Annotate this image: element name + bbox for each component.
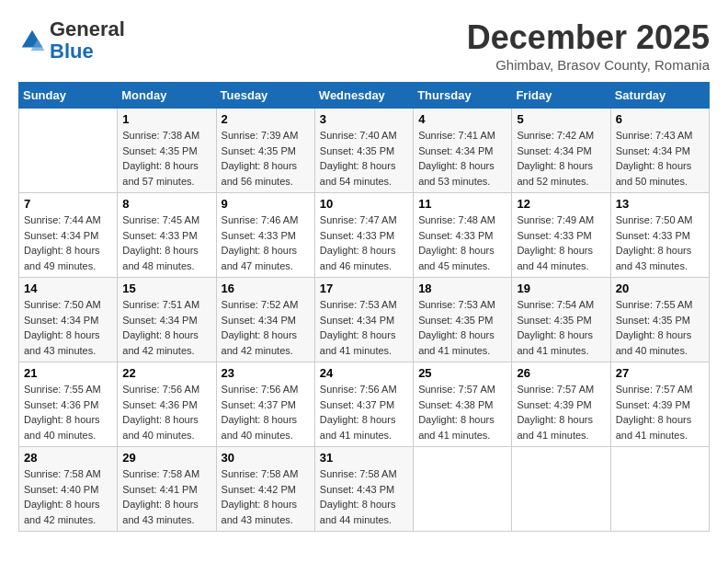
day-number: 21 (24, 366, 112, 380)
day-number: 4 (418, 112, 506, 126)
month-title: December 2025 (467, 18, 710, 57)
day-number: 23 (222, 366, 310, 380)
day-detail: Sunrise: 7:56 AMSunset: 4:37 PMDaylight:… (320, 384, 397, 441)
day-cell: 1 Sunrise: 7:38 AMSunset: 4:35 PMDayligh… (118, 109, 216, 193)
logo-icon (18, 27, 46, 54)
day-number: 19 (517, 282, 605, 295)
day-number: 1 (122, 112, 210, 126)
week-row-1: 1 Sunrise: 7:38 AMSunset: 4:35 PMDayligh… (19, 109, 710, 193)
day-detail: Sunrise: 7:49 AMSunset: 4:33 PMDaylight:… (517, 214, 594, 271)
day-number: 31 (320, 451, 408, 465)
day-detail: Sunrise: 7:58 AMSunset: 4:43 PMDaylight:… (320, 468, 397, 525)
day-number: 8 (122, 197, 210, 211)
day-cell: 21 Sunrise: 7:55 AMSunset: 4:36 PMDaylig… (19, 362, 118, 447)
day-detail: Sunrise: 7:47 AMSunset: 4:33 PMDaylight:… (320, 214, 397, 271)
day-detail: Sunrise: 7:46 AMSunset: 4:33 PMDaylight:… (222, 214, 299, 271)
day-cell: 11 Sunrise: 7:48 AMSunset: 4:33 PMDaylig… (414, 193, 512, 278)
week-row-5: 28 Sunrise: 7:58 AMSunset: 4:40 PMDaylig… (19, 447, 710, 532)
day-cell: 18 Sunrise: 7:53 AMSunset: 4:35 PMDaylig… (414, 278, 512, 362)
day-cell: 30 Sunrise: 7:58 AMSunset: 4:42 PMDaylig… (216, 447, 314, 532)
header-row: SundayMondayTuesdayWednesdayThursdayFrid… (19, 83, 710, 109)
day-cell (512, 447, 610, 532)
page-header: General Blue December 2025 Ghimbav, Bras… (18, 18, 710, 73)
day-detail: Sunrise: 7:57 AMSunset: 4:39 PMDaylight:… (517, 384, 594, 441)
day-number: 2 (222, 112, 310, 126)
day-number: 14 (24, 282, 112, 295)
day-detail: Sunrise: 7:55 AMSunset: 4:35 PMDaylight:… (616, 299, 693, 356)
day-detail: Sunrise: 7:57 AMSunset: 4:38 PMDaylight:… (418, 384, 495, 441)
day-cell: 12 Sunrise: 7:49 AMSunset: 4:33 PMDaylig… (512, 193, 610, 278)
day-cell: 10 Sunrise: 7:47 AMSunset: 4:33 PMDaylig… (314, 193, 413, 278)
day-detail: Sunrise: 7:45 AMSunset: 4:33 PMDaylight:… (122, 214, 199, 271)
week-row-3: 14 Sunrise: 7:50 AMSunset: 4:34 PMDaylig… (19, 278, 710, 362)
day-cell: 4 Sunrise: 7:41 AMSunset: 4:34 PMDayligh… (414, 109, 512, 193)
day-cell (19, 109, 118, 193)
day-cell: 28 Sunrise: 7:58 AMSunset: 4:40 PMDaylig… (19, 447, 118, 532)
day-cell: 20 Sunrise: 7:55 AMSunset: 4:35 PMDaylig… (610, 278, 709, 362)
logo-blue-text: Blue (50, 40, 94, 63)
day-number: 22 (122, 366, 210, 380)
day-cell: 24 Sunrise: 7:56 AMSunset: 4:37 PMDaylig… (314, 362, 413, 447)
header-thursday: Thursday (414, 83, 512, 109)
day-cell: 2 Sunrise: 7:39 AMSunset: 4:35 PMDayligh… (216, 109, 314, 193)
week-row-4: 21 Sunrise: 7:55 AMSunset: 4:36 PMDaylig… (19, 362, 710, 447)
day-detail: Sunrise: 7:39 AMSunset: 4:35 PMDaylight:… (222, 130, 299, 187)
day-cell: 3 Sunrise: 7:40 AMSunset: 4:35 PMDayligh… (314, 109, 413, 193)
day-detail: Sunrise: 7:53 AMSunset: 4:35 PMDaylight:… (418, 299, 495, 356)
day-cell: 8 Sunrise: 7:45 AMSunset: 4:33 PMDayligh… (118, 193, 216, 278)
logo-general-text: General (50, 17, 125, 40)
day-cell: 31 Sunrise: 7:58 AMSunset: 4:43 PMDaylig… (314, 447, 413, 532)
day-cell: 17 Sunrise: 7:53 AMSunset: 4:34 PMDaylig… (314, 278, 413, 362)
day-cell: 15 Sunrise: 7:51 AMSunset: 4:34 PMDaylig… (118, 278, 216, 362)
day-detail: Sunrise: 7:50 AMSunset: 4:34 PMDaylight:… (24, 299, 101, 356)
day-number: 29 (122, 451, 210, 465)
day-number: 28 (24, 451, 112, 465)
day-detail: Sunrise: 7:40 AMSunset: 4:35 PMDaylight:… (320, 130, 397, 187)
day-cell: 23 Sunrise: 7:56 AMSunset: 4:37 PMDaylig… (216, 362, 314, 447)
day-number: 5 (517, 112, 605, 126)
day-detail: Sunrise: 7:42 AMSunset: 4:34 PMDaylight:… (517, 130, 594, 187)
day-number: 6 (616, 112, 704, 126)
day-number: 27 (616, 366, 704, 380)
logo: General Blue (18, 18, 125, 63)
title-block: December 2025 Ghimbav, Brasov County, Ro… (467, 18, 710, 73)
day-number: 12 (517, 197, 605, 211)
calendar-body: 1 Sunrise: 7:38 AMSunset: 4:35 PMDayligh… (19, 109, 710, 532)
day-cell (414, 447, 512, 532)
day-cell: 14 Sunrise: 7:50 AMSunset: 4:34 PMDaylig… (19, 278, 118, 362)
day-cell: 9 Sunrise: 7:46 AMSunset: 4:33 PMDayligh… (216, 193, 314, 278)
day-detail: Sunrise: 7:50 AMSunset: 4:33 PMDaylight:… (616, 214, 693, 271)
day-detail: Sunrise: 7:58 AMSunset: 4:42 PMDaylight:… (222, 468, 299, 525)
day-detail: Sunrise: 7:43 AMSunset: 4:34 PMDaylight:… (616, 130, 693, 187)
day-number: 11 (418, 197, 506, 211)
day-number: 20 (616, 282, 704, 295)
header-wednesday: Wednesday (314, 83, 413, 109)
day-detail: Sunrise: 7:38 AMSunset: 4:35 PMDaylight:… (122, 130, 199, 187)
day-detail: Sunrise: 7:58 AMSunset: 4:40 PMDaylight:… (24, 468, 101, 525)
day-cell (610, 447, 709, 532)
header-tuesday: Tuesday (216, 83, 314, 109)
day-cell: 13 Sunrise: 7:50 AMSunset: 4:33 PMDaylig… (610, 193, 709, 278)
day-cell: 25 Sunrise: 7:57 AMSunset: 4:38 PMDaylig… (414, 362, 512, 447)
day-number: 25 (418, 366, 506, 380)
day-number: 16 (222, 282, 310, 295)
day-number: 15 (122, 282, 210, 295)
day-number: 10 (320, 197, 408, 211)
header-monday: Monday (118, 83, 216, 109)
day-cell: 26 Sunrise: 7:57 AMSunset: 4:39 PMDaylig… (512, 362, 610, 447)
calendar-header: SundayMondayTuesdayWednesdayThursdayFrid… (19, 83, 710, 109)
day-detail: Sunrise: 7:58 AMSunset: 4:41 PMDaylight:… (122, 468, 199, 525)
subtitle: Ghimbav, Brasov County, Romania (467, 57, 710, 73)
day-detail: Sunrise: 7:55 AMSunset: 4:36 PMDaylight:… (24, 384, 101, 441)
day-number: 7 (24, 197, 112, 211)
day-detail: Sunrise: 7:53 AMSunset: 4:34 PMDaylight:… (320, 299, 397, 356)
day-detail: Sunrise: 7:44 AMSunset: 4:34 PMDaylight:… (24, 214, 101, 271)
day-detail: Sunrise: 7:41 AMSunset: 4:34 PMDaylight:… (418, 130, 495, 187)
calendar-table: SundayMondayTuesdayWednesdayThursdayFrid… (18, 82, 710, 532)
day-number: 17 (320, 282, 408, 295)
day-number: 9 (222, 197, 310, 211)
day-detail: Sunrise: 7:52 AMSunset: 4:34 PMDaylight:… (222, 299, 299, 356)
day-cell: 5 Sunrise: 7:42 AMSunset: 4:34 PMDayligh… (512, 109, 610, 193)
day-number: 3 (320, 112, 408, 126)
day-cell: 16 Sunrise: 7:52 AMSunset: 4:34 PMDaylig… (216, 278, 314, 362)
